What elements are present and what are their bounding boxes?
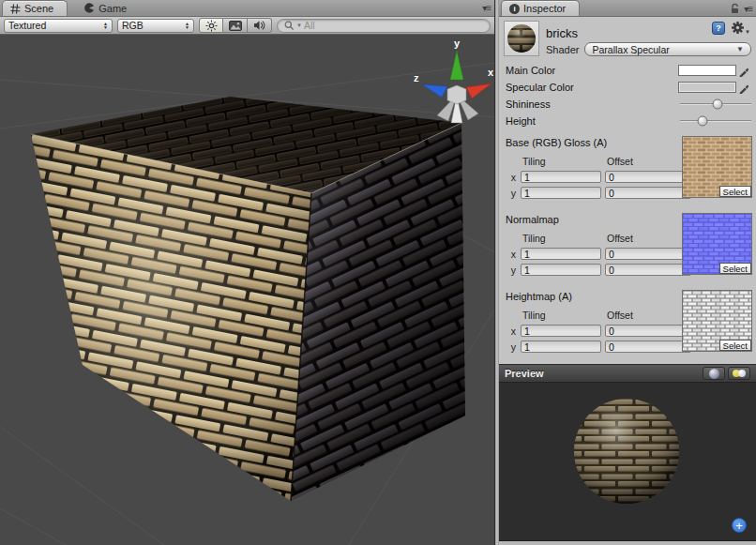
sphere-icon [709,369,719,379]
scene-panel: Scene Game ▾≡ Textured ▲▼ RGB ▲▼ [0,0,495,545]
x-axis-label: x [506,325,517,337]
inspector-panel-menu-icon[interactable]: ▾≡ [744,4,752,14]
base-offset-x-input[interactable] [605,171,691,183]
tiling-header: Tiling [521,233,601,244]
offset-header: Offset [605,156,691,167]
normalmap-texture-thumbnail[interactable]: Select [682,213,752,275]
normalmap-tiling-x-input[interactable] [521,248,601,260]
draw-mode-dropdown[interactable]: Textured ▲▼ [4,19,113,33]
heightmap-offset-y-input[interactable] [605,341,691,353]
gizmo-center-cube [447,85,466,104]
inspector-tabstrip: i Inspector ▾≡ [499,0,756,17]
color-mode-dropdown[interactable]: RGB ▲▼ [117,19,194,33]
y-axis-label: y [506,265,517,276]
tab-inspector-label: Inspector [523,3,566,14]
gizmo-y-label: y [454,38,461,49]
normalmap-offset-x-input[interactable] [605,248,691,260]
heightmap-tiling-x-input[interactable] [521,325,601,337]
tab-inspector[interactable]: i Inspector [501,0,580,16]
base-tiling-x-input[interactable] [521,171,601,183]
info-icon: i [509,4,520,14]
preview-sphere [499,383,755,525]
scene-tabstrip: Scene Game ▾≡ [0,0,494,17]
audio-toggle-button[interactable] [248,18,272,33]
main-color-swatch[interactable] [678,65,736,76]
specular-color-label: Specular Color [506,82,678,93]
base-texture-thumbnail[interactable]: Select [682,136,752,198]
add-button[interactable]: + [732,518,747,533]
heightmap-offset-x-input[interactable] [605,325,691,337]
shader-dropdown[interactable]: Parallax Specular ▼ [584,42,751,56]
shininess-slider-knob[interactable] [712,99,722,110]
speaker-icon [253,20,265,31]
heightmap-section: Heightmap (A) Tiling Offset x y Select [499,287,756,364]
heightmap-tiling-y-input[interactable] [521,341,601,353]
tab-scene-label: Scene [24,3,53,14]
search-icon [284,21,295,31]
unity-editor-window: Scene Game ▾≡ Textured ▲▼ RGB ▲▼ [0,0,756,545]
material-properties: Main Color Specular Color [499,60,756,133]
tiling-header: Tiling [521,156,601,167]
heightmap-select-button[interactable]: Select [719,340,751,351]
scene-panel-menu-icon[interactable]: ▾≡ [482,3,491,13]
normalmap-tiling-y-input[interactable] [521,264,601,276]
inspector-body: bricks Shader Parallax Specular ▼ ? [499,17,756,545]
brick-cube [31,97,465,501]
tab-scene[interactable]: Scene [2,0,68,16]
tab-game[interactable]: Game [75,0,140,16]
sun-icon [205,20,218,32]
preview-header[interactable]: Preview [499,364,756,383]
gizmo-z-axis-cone [422,84,447,98]
gizmo-x-label: x [488,67,494,78]
updown-arrows-icon: ▲▼ [185,22,189,29]
render-mode-button[interactable] [223,18,248,33]
game-icon [83,2,95,14]
shininess-label: Shininess [506,98,680,110]
shader-value: Parallax Specular [592,44,669,55]
y-axis-label: y [506,188,517,199]
normalmap-section: Normalmap Tiling Offset x y Select [499,210,756,287]
heightmap-texture-thumbnail[interactable]: Select [682,290,752,352]
scene-search-field[interactable]: ▼ [277,19,491,33]
preview-title: Preview [505,368,700,379]
gizmo-z-label: z [414,72,419,83]
help-icon[interactable]: ? [712,22,725,35]
search-input[interactable] [304,20,483,31]
window-bottom-edge [499,541,756,545]
preview-shape-button[interactable] [703,367,725,380]
axis-gizmo: y x z [414,38,494,123]
height-label: Height [506,115,680,127]
preview-lighting-button[interactable] [728,367,750,380]
height-slider[interactable] [680,114,751,128]
scene-grid-icon [10,4,21,14]
normalmap-select-button[interactable]: Select [719,263,751,274]
lock-icon[interactable] [730,3,740,14]
main-color-label: Main Color [506,65,678,76]
base-tiling-y-input[interactable] [521,187,601,199]
eyedropper-icon[interactable] [738,82,749,94]
updown-arrows-icon: ▲▼ [103,22,108,29]
scene-toolbar: Textured ▲▼ RGB ▲▼ [0,17,494,35]
image-icon [229,21,242,31]
height-slider-knob[interactable] [698,116,708,127]
scene-viewport[interactable]: y x z [0,35,494,545]
tiling-header: Tiling [521,310,601,321]
material-thumbnail[interactable] [504,21,539,56]
draw-mode-value: Textured [8,20,46,31]
shininess-slider[interactable] [680,98,751,111]
lights-icon [733,369,746,378]
gear-icon[interactable]: ▼ [731,21,750,35]
gizmo-y-axis-cone [450,51,463,80]
eyedropper-icon[interactable] [738,65,749,77]
normalmap-offset-y-input[interactable] [605,264,691,276]
specular-color-swatch[interactable] [678,82,736,93]
shader-label: Shader [546,44,579,55]
lighting-toggle-button[interactable] [199,18,223,33]
search-filter-arrow-icon[interactable]: ▼ [296,23,302,28]
base-select-button[interactable]: Select [719,186,751,197]
base-offset-y-input[interactable] [605,187,691,199]
inspector-panel: i Inspector ▾≡ [499,0,756,545]
chevron-down-icon: ▼ [736,45,744,53]
scene-3d-view: y x z [0,35,494,545]
preview-body[interactable]: + [499,383,756,541]
